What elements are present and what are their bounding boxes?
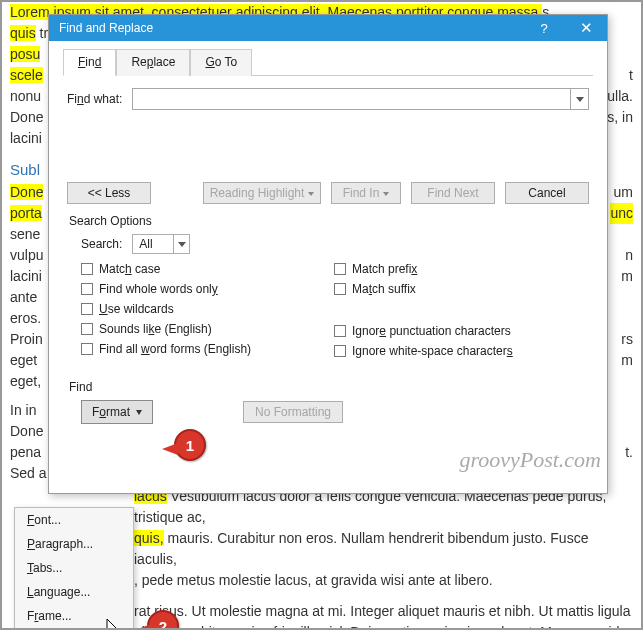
match-prefix-checkbox[interactable]: Match prefix: [334, 262, 587, 276]
word-forms-checkbox[interactable]: Find all word forms (English): [81, 342, 334, 356]
tab-goto[interactable]: Go To: [190, 49, 252, 76]
cancel-button[interactable]: Cancel: [505, 182, 589, 204]
find-section-label: Find: [69, 380, 593, 394]
less-button[interactable]: << Less: [67, 182, 151, 204]
cursor-icon: [106, 619, 120, 630]
annotation-marker-2: 2: [147, 610, 183, 630]
help-button[interactable]: ?: [523, 15, 565, 41]
dialog-title: Find and Replace: [59, 21, 153, 35]
chevron-down-icon[interactable]: [570, 89, 588, 109]
wildcards-checkbox[interactable]: Use wildcards: [81, 302, 334, 316]
chevron-down-icon: [136, 410, 142, 415]
find-what-label: Find what:: [67, 92, 122, 106]
tabstrip: Find Replace Go To: [63, 49, 593, 76]
menu-item-paragraph[interactable]: Paragraph...: [15, 532, 133, 556]
find-in-button[interactable]: Find In: [331, 182, 401, 204]
tab-find[interactable]: Find: [63, 49, 116, 76]
close-button[interactable]: ✕: [565, 15, 607, 41]
format-button[interactable]: Format: [81, 400, 153, 424]
format-menu: Font... Paragraph... Tabs... Language...…: [14, 507, 134, 630]
ignore-punct-checkbox[interactable]: Ignore punctuation characters: [334, 324, 587, 338]
find-next-button[interactable]: Find Next: [411, 182, 495, 204]
chevron-down-icon: [173, 235, 189, 253]
titlebar[interactable]: Find and Replace ? ✕: [49, 15, 607, 41]
annotation-marker-1: 1: [174, 429, 210, 471]
match-case-checkbox[interactable]: Match case: [81, 262, 334, 276]
tab-replace[interactable]: Replace: [116, 49, 190, 76]
menu-item-font[interactable]: Font...: [15, 508, 133, 532]
ignore-whitespace-checkbox[interactable]: Ignore white-space characters: [334, 344, 587, 358]
match-suffix-checkbox[interactable]: Match suffix: [334, 282, 587, 296]
find-what-input[interactable]: [132, 88, 589, 110]
whole-words-checkbox[interactable]: Find whole words only: [81, 282, 334, 296]
menu-item-tabs[interactable]: Tabs...: [15, 556, 133, 580]
search-direction-label: Search:: [81, 237, 122, 251]
no-formatting-button[interactable]: No Formatting: [243, 401, 343, 423]
sounds-like-checkbox[interactable]: Sounds like (English): [81, 322, 334, 336]
search-options-label: Search Options: [69, 214, 593, 228]
search-direction-select[interactable]: All: [132, 234, 190, 254]
reading-highlight-button[interactable]: Reading Highlight: [203, 182, 321, 204]
menu-item-language[interactable]: Language...: [15, 580, 133, 604]
find-replace-dialog: Find and Replace ? ✕ Find Replace Go To …: [48, 14, 608, 494]
